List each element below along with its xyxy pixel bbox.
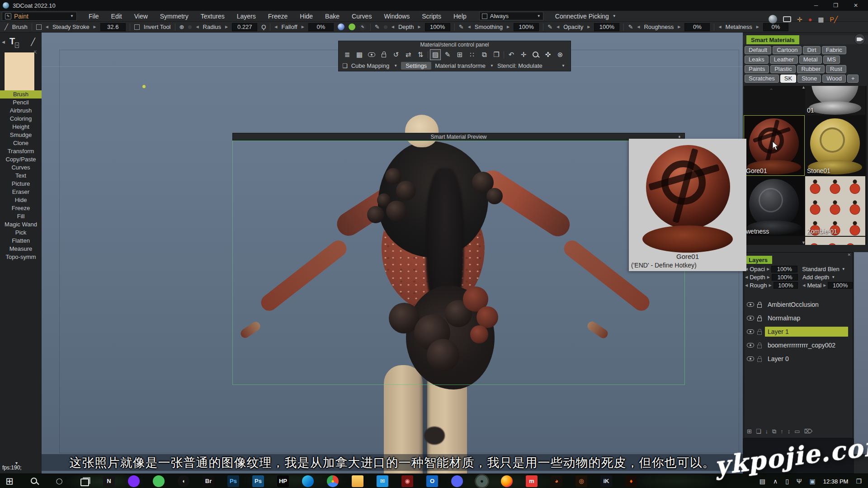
material-category-tab[interactable]: Scratches [745, 75, 779, 83]
color-swatch[interactable]: ⇱ ⇲ [5, 52, 34, 94]
chevron-down-icon[interactable]: ▼ [394, 64, 397, 68]
spin-right-icon[interactable]: ▶ [769, 283, 771, 287]
tool-item[interactable]: Height [0, 123, 42, 131]
material-category-tab[interactable]: Metal [799, 56, 822, 64]
menu-item[interactable]: Edit [111, 13, 122, 20]
visibility-eye-icon[interactable] [747, 316, 754, 320]
minimize-button[interactable]: ─ [814, 2, 818, 9]
duplicate-layer-icon[interactable]: ⧉ [772, 428, 776, 435]
dribbble-app-icon[interactable]: ◖ [178, 475, 189, 487]
menu-item[interactable]: Symmetry [160, 13, 189, 20]
material-category-tab[interactable]: Dirt [803, 46, 820, 54]
menu-item[interactable]: View [134, 13, 148, 20]
spin-right-icon[interactable]: ▶ [587, 25, 590, 29]
spin-left-icon[interactable]: ◀ [637, 25, 640, 29]
tool-item[interactable]: Airbrush [0, 107, 42, 115]
layer-depth-value[interactable]: 100% [772, 274, 798, 281]
layer-row[interactable]: Layer 0 [745, 352, 853, 366]
tool-item[interactable]: Coloring [0, 115, 42, 123]
smart-materials-title[interactable]: Smart Materials [746, 35, 799, 44]
task-view-icon[interactable] [78, 475, 90, 487]
lock-icon[interactable] [757, 318, 762, 321]
pencil-icon[interactable]: ╱ [31, 38, 35, 46]
menu-item[interactable]: Scripts [422, 13, 441, 20]
menu-item[interactable]: Windows [384, 13, 410, 20]
edit-pencil-icon[interactable]: ✎ [443, 50, 453, 60]
orange-app-icon[interactable]: ◎ [576, 475, 587, 487]
adjust-sliders-icon[interactable]: ≣ [342, 50, 352, 60]
tool-item[interactable]: Topo-symm [0, 253, 42, 261]
steady-stroke-checkbox[interactable] [36, 24, 42, 30]
tool-item[interactable]: Curves [0, 164, 42, 172]
lock-icon[interactable] [757, 345, 762, 348]
material-category-tab[interactable]: Leather [770, 56, 798, 64]
spin-right-icon[interactable]: ▶ [418, 25, 421, 29]
your-phone-icon[interactable]: ▯ [785, 478, 789, 485]
scroll-up-icon[interactable]: ▲ [802, 86, 806, 89]
ime-icon[interactable]: ▣ [810, 478, 816, 485]
layer-row[interactable]: boomerrrrrrrrrr_copy002 [745, 338, 853, 352]
spin-left-icon[interactable]: ◀ [718, 25, 721, 29]
layer-row[interactable]: AmbientOcclusion [745, 298, 853, 311]
falloff-value[interactable]: 0% [308, 23, 334, 31]
red-media-icon[interactable]: ◉ [401, 475, 413, 487]
spin-right-icon[interactable]: ▶ [756, 25, 759, 29]
tool-item[interactable]: Pick [0, 229, 42, 237]
tool-item[interactable]: Brush [0, 90, 42, 99]
spin-left-icon[interactable]: ◀ [46, 25, 48, 29]
news-widget-icon[interactable]: ▤ [760, 478, 765, 485]
mapping-dropdown[interactable]: Cube Mapping [351, 62, 390, 69]
spin-left-icon[interactable]: ◀ [196, 25, 198, 29]
tool-item[interactable]: Smudge [0, 131, 42, 139]
layer-row[interactable]: Normalmap [745, 311, 853, 325]
dots-grid-icon[interactable]: ∷ [467, 50, 477, 60]
stencil-grid-icon[interactable]: ▦ [354, 50, 364, 60]
photoshop-beta-icon[interactable]: Ps [252, 475, 264, 487]
undo-icon[interactable]: ↶ [506, 50, 516, 60]
menu-item[interactable]: Hide [300, 13, 313, 20]
steady-stroke-value[interactable]: 32.6 [100, 23, 126, 31]
material-thumb-wetness[interactable]: wetness [744, 176, 804, 236]
layer-opacity-value[interactable]: 100% [771, 266, 797, 272]
menu-item[interactable]: Curves [352, 13, 372, 20]
text-tool-icon[interactable]: T▫ [9, 36, 19, 47]
hp-icon[interactable]: HP [277, 475, 289, 487]
material-category-tab[interactable]: Plastic [770, 65, 796, 73]
spin-right-icon[interactable]: ▶ [767, 275, 770, 279]
material-category-tab[interactable]: + [847, 75, 859, 83]
tool-item[interactable]: Hide [0, 196, 42, 204]
move-icon[interactable]: ✛ [519, 50, 528, 60]
tool-item[interactable]: Text [0, 172, 42, 180]
viewport-display-icon[interactable] [783, 16, 791, 22]
layer-folder-icon[interactable]: ❏ [756, 428, 761, 435]
brush-ball-icon[interactable]: ✎ [359, 23, 366, 30]
record-dot-icon[interactable]: ● [808, 16, 812, 23]
menu-item[interactable]: File [89, 13, 99, 20]
close-circle-icon[interactable]: ⊗ [555, 50, 565, 60]
spin-left-icon[interactable]: ◀ [274, 25, 277, 29]
search-icon[interactable] [28, 475, 40, 487]
spin-right-icon[interactable]: ▶ [678, 25, 680, 29]
notion-icon[interactable]: N [103, 475, 115, 487]
picking-mode-dropdown[interactable]: Connective Picking ▼ [555, 13, 616, 20]
menu-item[interactable]: Freeze [268, 13, 288, 20]
page-icon[interactable]: ❐ [491, 50, 501, 60]
material-category-tab[interactable]: Stone [797, 75, 821, 83]
curve-pencil-icon[interactable]: ✎ [459, 23, 464, 30]
material-category-tab[interactable]: Default [745, 46, 771, 54]
tool-item[interactable]: Freeze [0, 204, 42, 212]
material-category-tab[interactable]: Rust [826, 65, 846, 73]
spin-right-icon[interactable]: ▶ [302, 25, 304, 29]
lock-icon[interactable] [379, 50, 389, 60]
metalness-value[interactable]: 0% [763, 23, 788, 31]
tool-item[interactable]: Eraser [0, 188, 42, 196]
material-category-tab[interactable]: Wood [822, 75, 846, 83]
bridge-icon[interactable]: Br [203, 475, 214, 487]
close-button[interactable]: ✕ [854, 2, 858, 9]
pin-icon[interactable]: ∎ [678, 134, 681, 139]
spin-right-icon[interactable]: ▶ [507, 25, 509, 29]
curve-pencil-icon[interactable]: ✎ [375, 23, 380, 30]
menu-item[interactable]: Layers [237, 13, 256, 20]
export-layer-icon[interactable]: ↑ [780, 428, 783, 435]
material-category-tab[interactable]: Cartoon [773, 46, 802, 54]
